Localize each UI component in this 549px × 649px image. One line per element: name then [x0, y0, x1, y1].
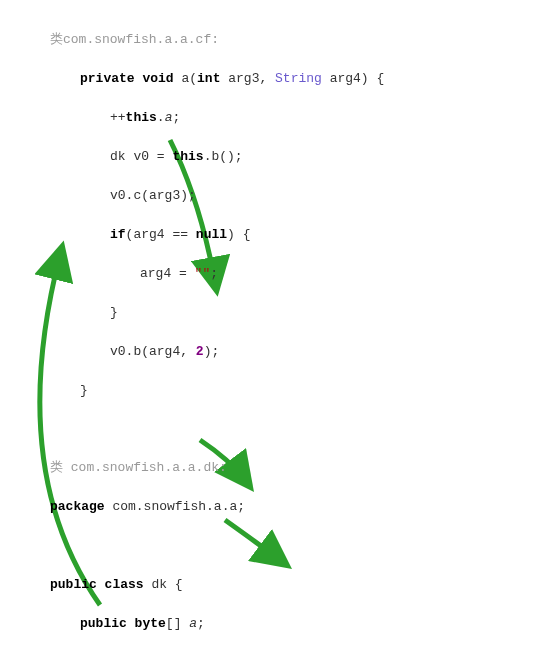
stmt-increment: ++this.a;: [110, 108, 549, 128]
stmt-arg4-empty: arg4 = "";: [140, 264, 549, 284]
code-listing: 类com.snowfish.a.a.cf: private void a(int…: [10, 10, 549, 649]
package-decl: package com.snowfish.a.a;: [50, 497, 549, 517]
stmt-v0-b: v0.b(arg4, 2);: [110, 342, 549, 362]
brace-close-if: }: [110, 303, 549, 323]
class-decl-dk: public class dk {: [50, 575, 549, 595]
class-header-cf: 类com.snowfish.a.a.cf:: [50, 30, 549, 50]
stmt-v0-c: v0.c(arg3);: [110, 186, 549, 206]
brace-close-method-a: }: [80, 381, 549, 401]
method-cf-a-signature: private void a(int arg3, String arg4) {: [80, 69, 549, 89]
field-a: public byte[] a;: [80, 614, 549, 634]
stmt-v0-assign: dk v0 = this.b();: [110, 147, 549, 167]
stmt-if: if(arg4 == null) {: [110, 225, 549, 245]
class-header-dk: 类 com.snowfish.a.a.dk:: [50, 458, 549, 478]
